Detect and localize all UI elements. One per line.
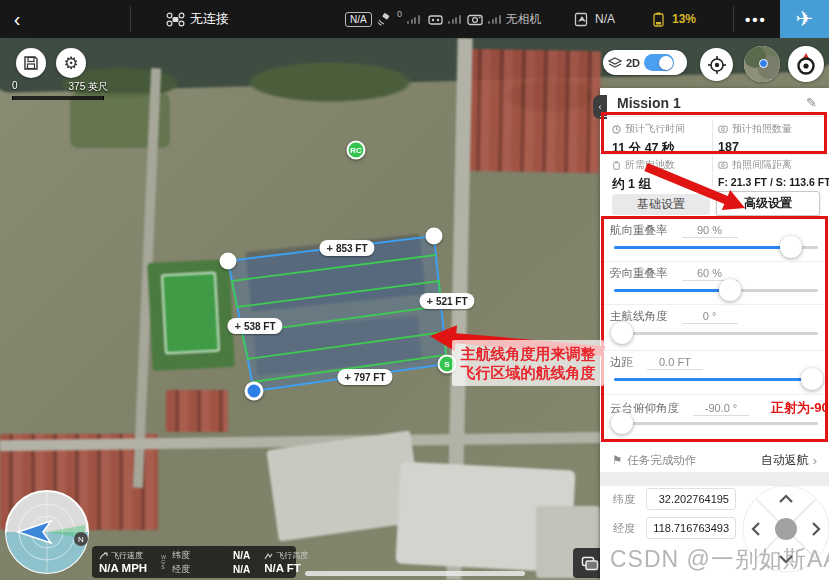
settings-button[interactable]: ⚙ <box>56 48 86 78</box>
annotation-line1: 主航线角度用来调整 <box>454 344 602 363</box>
stat-flight-time: 预计飞行时间 11 分 47 秒 <box>612 122 685 157</box>
divider <box>733 6 734 32</box>
mission-finish-action-row[interactable]: ⚑任务完成动作 自动返航 › <box>600 448 829 472</box>
watermark: CSDN @一别如斯AA <box>610 544 829 575</box>
gps-status[interactable]: 0 <box>376 0 420 38</box>
slider-track[interactable] <box>614 378 818 381</box>
save-icon <box>23 55 39 71</box>
longitude-input[interactable] <box>646 517 736 539</box>
speed-label: 飞行速度 <box>111 550 143 561</box>
slider-track[interactable] <box>614 289 818 292</box>
slider-track[interactable] <box>614 332 818 335</box>
rc-signal[interactable] <box>428 0 461 38</box>
edge-length-label-bottom[interactable]: +797 FT <box>337 369 392 385</box>
slider-value-field[interactable]: -90.0 ° <box>693 402 749 416</box>
altitude-label: 飞行高度 <box>276 550 308 561</box>
telemetry-speed: 飞行速度 N/A MPH <box>92 550 154 574</box>
vertex-handle[interactable] <box>426 228 443 245</box>
map-2d-label: 2D <box>626 57 640 69</box>
minimap-button[interactable] <box>744 46 780 82</box>
connection-status-label: 无连接 <box>190 10 229 28</box>
map-2d-toggle[interactable] <box>644 54 674 71</box>
slider-thumb[interactable] <box>780 236 802 258</box>
more-menu-button[interactable]: ••• <box>745 0 767 38</box>
back-button[interactable]: ‹ <box>0 0 34 38</box>
annotation-note: 主航线角度用来调整 飞行区域的航线角度 <box>452 340 604 386</box>
compass-reset-button[interactable] <box>788 46 824 82</box>
locate-me-button[interactable] <box>700 48 733 81</box>
scale-bar <box>12 96 104 100</box>
camera-signal-bars <box>488 14 501 24</box>
slider-thumb[interactable] <box>801 368 823 390</box>
stat-photo-interval: 拍照间隔距离 F: 21.3 FT / S: 113.6 FT <box>718 158 829 188</box>
start-marker-label: S <box>444 360 449 369</box>
clock-icon <box>612 125 621 134</box>
map-scale: 0375 英尺 <box>12 80 108 100</box>
edge-length-label-left[interactable]: +538 FT <box>227 318 282 334</box>
airplane-icon: ✈ <box>796 7 814 31</box>
drone-icon <box>166 12 185 27</box>
slider-thumb[interactable] <box>719 279 741 301</box>
slider-row-course-overlap: 航向重叠率90 % <box>600 219 829 261</box>
edge-length-value: 521 FT <box>436 296 468 307</box>
stat-value: 约 1 组 <box>612 176 675 193</box>
flight-mode-indicator: N/A <box>345 0 372 38</box>
scale-distance: 375 英尺 <box>69 80 108 94</box>
save-mission-button[interactable] <box>16 48 46 78</box>
gps-satellite-count: 0 <box>397 9 402 19</box>
camera-signal[interactable]: 无相机 <box>467 0 542 38</box>
pencil-icon: ✎ <box>806 95 817 110</box>
slider-thumb[interactable] <box>611 412 633 434</box>
photo-icon <box>718 125 728 133</box>
slider-value-field[interactable]: 90 % <box>682 224 738 238</box>
slider-label: 航向重叠率 <box>610 223 668 238</box>
drag-cross-icon: + <box>344 371 350 383</box>
battery-icon <box>652 12 667 27</box>
tab-label: 高级设置 <box>744 195 792 212</box>
rc-marker-label: RC <box>350 146 362 155</box>
slider-track[interactable] <box>614 422 818 425</box>
mission-title: Mission 1 <box>617 95 681 111</box>
home-indicator <box>305 571 525 576</box>
mission-area-polygon[interactable] <box>228 236 447 391</box>
vertex-handle-selected[interactable] <box>245 382 264 401</box>
rc-location-marker: RC <box>347 141 366 160</box>
remote-controller-icon <box>428 13 443 26</box>
latitude-input[interactable] <box>646 488 736 510</box>
aircraft-battery-status[interactable]: 13% <box>652 0 696 38</box>
map-mode-pill: 2D <box>603 50 687 75</box>
altitude-value: N/A FT <box>264 562 308 574</box>
longitude-row: 经度 <box>613 517 736 539</box>
lat-label: 纬度 <box>172 549 190 562</box>
attitude-compass: N <box>5 490 89 574</box>
chevron-right-icon: › <box>813 453 817 468</box>
wgs-label: WGS <box>161 555 168 570</box>
camera-icon <box>467 13 483 26</box>
lng-value: N/A <box>233 564 250 575</box>
tab-basic-settings[interactable]: 基础设置 <box>612 194 710 215</box>
latitude-row: 纬度 <box>613 488 736 510</box>
vertex-handle[interactable] <box>220 253 237 270</box>
rc-battery-value: N/A <box>595 12 615 26</box>
satellite-icon <box>376 12 392 26</box>
slider-label: 旁向重叠率 <box>610 266 668 281</box>
app-screen: S RC +853 FT +521 FT +538 FT +797 FT ⚙ 0… <box>0 0 829 580</box>
slider-track[interactable] <box>614 246 818 249</box>
slider-row-margin: 边距0.0 FT <box>600 350 829 392</box>
slider-value-field[interactable]: 0 ° <box>682 310 738 324</box>
aircraft-connection-status[interactable]: 无连接 <box>166 0 229 38</box>
rc-battery-status[interactable]: N/A <box>574 0 615 38</box>
slider-row-route-angle: 主航线角度0 ° <box>600 304 829 346</box>
tab-advanced-settings[interactable]: 高级设置 <box>716 191 820 216</box>
altitude-icon <box>264 552 273 560</box>
drag-cross-icon: + <box>426 295 432 307</box>
takeoff-button[interactable]: ✈ <box>780 0 829 38</box>
edit-mission-name-button[interactable]: ✎ <box>806 95 817 110</box>
divider <box>130 6 131 32</box>
edge-length-label-top[interactable]: +853 FT <box>319 240 374 256</box>
slider-value-field[interactable]: 0.0 FT <box>647 356 703 370</box>
dpad-center-knob[interactable] <box>775 518 797 540</box>
slider-thumb[interactable] <box>611 322 633 344</box>
longitude-label: 经度 <box>613 521 637 536</box>
edge-length-label-right[interactable]: +521 FT <box>419 293 474 309</box>
